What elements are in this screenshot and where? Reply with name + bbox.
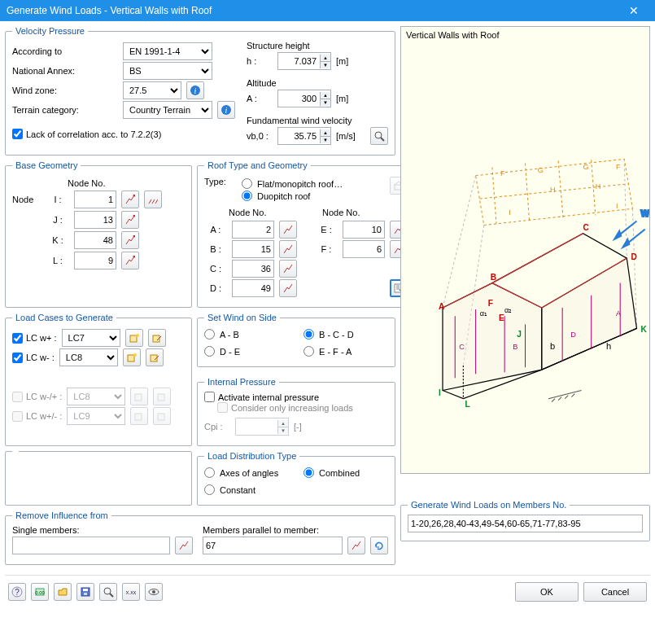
lc-wmp-new-icon [130,388,148,405]
parallel-members-label: Members parallel to member: [203,525,388,535]
close-icon[interactable]: ✕ [619,4,648,17]
node-J-input[interactable] [74,211,116,229]
svg-text:i: i [225,106,228,115]
duopitch-roof-radio[interactable]: Duopitch roof [242,191,385,201]
roof-D-input[interactable] [232,279,274,297]
precision-icon[interactable]: x.xx [122,583,140,601]
svg-rect-74 [84,593,87,595]
node-L-input[interactable] [74,252,116,269]
wind-zone-select[interactable]: 27.5 [123,81,181,99]
cancel-button[interactable]: Cancel [583,582,647,602]
cpi-input: ▲▼ [235,418,289,436]
constant-radio[interactable]: Constant [204,484,289,495]
lc-wplus-edit-icon[interactable] [148,329,166,347]
dialog-title: Generate Wind Loads - Vertical Walls wit… [7,5,212,16]
lc-wminus-checkbox[interactable]: LC w- : [12,353,55,363]
I-label: I : [46,195,69,204]
h-label: h : [247,56,273,66]
wind-zone-info-icon[interactable]: i [186,81,204,99]
activate-internal-checkbox[interactable]: Activate internal pressure [204,392,388,402]
lc-wminus-edit-icon[interactable] [146,348,164,366]
svg-text:C: C [583,223,590,232]
units-icon[interactable]: 0.00 [31,583,49,601]
svg-text:D: D [570,331,576,339]
node-I-input[interactable] [74,191,116,208]
pick-K-icon[interactable] [121,231,139,249]
ok-button[interactable]: OK [515,582,579,602]
save-icon[interactable] [76,583,94,601]
side-BCD-radio[interactable]: B - C - D [303,329,388,340]
single-members-input[interactable] [12,537,170,554]
lack-of-correlation-checkbox[interactable]: Lack of correlation acc. to 7.2.2(3) [12,129,161,139]
velocity-pressure-group: Velocity Pressure According to EN 1991-1… [5,26,395,156]
distribution-group: Load Distribution Type Axes of angles Co… [197,451,395,506]
svg-text:E: E [499,313,504,322]
lc-wminus-select[interactable]: LC8 [59,348,118,366]
pick-roof-B-icon[interactable] [279,240,297,258]
lc-wplus-new-icon[interactable] [125,329,143,347]
lc-wmp-checkbox[interactable]: LC w-/+ : [12,392,62,402]
roof-D-label: D : [204,283,227,293]
K-label: K : [46,235,69,245]
wind-zone-label: Wind zone: [12,85,118,95]
preview-title: Vertical Walls with Roof [406,30,500,40]
terrain-category-select[interactable]: Country Terrain [123,101,212,119]
combined-radio[interactable]: Combined [303,467,388,478]
view-icon[interactable] [145,583,163,601]
basegeo-nodeno-header: Node No. [68,178,185,188]
flat-roof-radio[interactable]: Flat/monopitch roof… [242,178,385,189]
open-icon[interactable] [54,583,72,601]
node-K-input[interactable] [74,231,116,249]
pick-roof-D-icon[interactable] [279,279,297,297]
lc-wminus-new-icon[interactable] [123,348,141,366]
parallel-members-input[interactable] [203,537,343,554]
svg-text:F: F [488,299,493,308]
roof-F-input[interactable] [343,240,385,258]
according-to-select[interactable]: EN 1991-1-4 [123,42,212,60]
svg-line-30 [443,176,476,308]
generate-members-input[interactable] [408,515,643,532]
side-EFA-radio[interactable]: E - F - A [303,346,388,357]
pick-L-icon[interactable] [121,252,139,269]
internal-legend: Internal Pressure [204,377,279,387]
axes-radio[interactable]: Axes of angles [204,467,289,478]
svg-point-4 [375,132,382,138]
roof-E-input[interactable] [343,221,385,239]
lc-wpm-checkbox[interactable]: LC w+/- : [12,411,62,422]
roof-B-input[interactable] [232,240,274,258]
roof-A-label: A : [204,225,227,234]
roof-A-input[interactable] [232,221,274,239]
velocity-detail-icon[interactable] [370,127,388,145]
svg-rect-73 [83,589,88,591]
pick-I-icon[interactable] [121,191,139,208]
pick-J-icon[interactable] [121,211,139,229]
h-input[interactable]: ▲▼ [277,52,331,70]
side-AB-radio[interactable]: A - B [204,329,289,340]
roof-E-label: E : [315,225,338,234]
vb-input[interactable]: ▲▼ [277,127,331,145]
altitude-input[interactable]: ▲▼ [277,90,331,107]
parallel-reset-icon[interactable] [370,537,388,554]
national-annex-label: National Annex: [12,66,118,76]
lc-wpm-select: LC9 [67,407,125,425]
pick-roof-A-icon[interactable] [279,221,297,239]
svg-text:B: B [491,273,496,282]
svg-text:F: F [500,169,505,177]
help-icon[interactable]: ? [8,583,26,601]
svg-line-64 [565,396,568,399]
roof-C-input[interactable] [232,260,274,278]
lc-wplus-checkbox[interactable]: LC w+ : [12,333,57,344]
single-members-pick-icon[interactable] [175,537,193,554]
national-annex-select[interactable]: BS [123,62,212,80]
terrain-info-icon[interactable]: i [217,101,235,119]
lc-wplus-select[interactable]: LC7 [62,329,120,347]
svg-text:h: h [606,341,611,351]
pick-roof-C-icon[interactable] [279,260,297,278]
base-geometry-group: Base Geometry Node No. Node I : J : K : … [5,160,192,308]
J-label: J : [46,215,69,225]
parallel-pick-icon[interactable] [347,537,365,554]
pick-all-icon[interactable] [144,191,162,208]
zoom-icon[interactable] [99,583,117,601]
side-DE-radio[interactable]: D - E [204,346,289,357]
roof-B-label: B : [204,244,227,254]
